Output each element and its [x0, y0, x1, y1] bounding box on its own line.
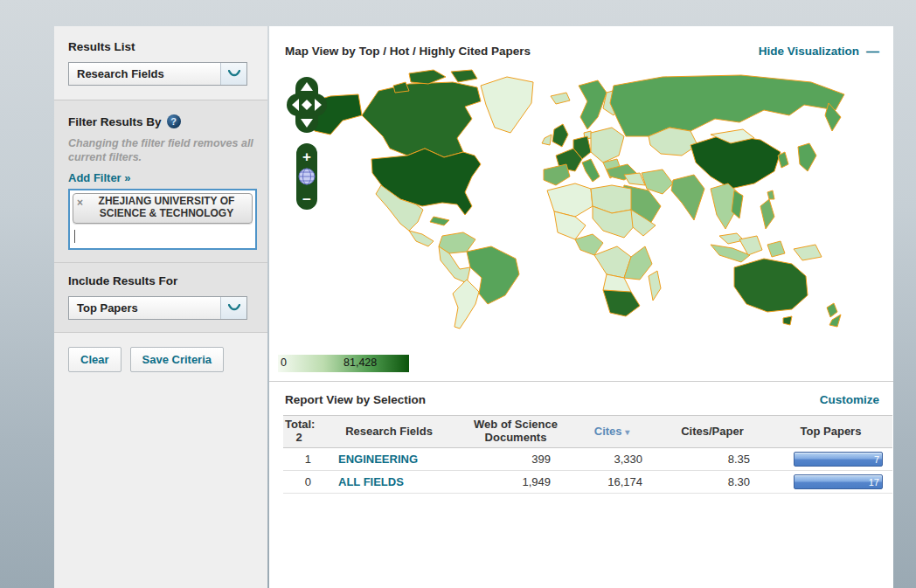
clear-button[interactable]: Clear	[68, 347, 121, 372]
cites-per-paper-value: 8.35	[656, 453, 769, 466]
column-research-fields: Research Fields	[315, 423, 463, 441]
save-criteria-button[interactable]: Save Criteria	[130, 347, 225, 372]
minus-icon: —	[866, 47, 879, 56]
column-cites-per-paper: Cites/Paper	[656, 423, 769, 441]
chevron-down-icon	[220, 297, 246, 319]
map-zoom-control[interactable]: + −	[296, 143, 317, 210]
zoom-in-icon[interactable]: +	[302, 149, 311, 165]
criteria-buttons: Clear Save Criteria	[54, 333, 267, 384]
report-table: Total: 2 Research Fields Web of Science …	[283, 415, 892, 494]
table-row: 0 ALL FIELDS 1,949 16,174 8.30 17	[283, 471, 892, 494]
column-top-papers: Top Papers	[769, 423, 892, 441]
filter-results-label: Filter Results By	[68, 115, 162, 128]
include-results-section: Include Results For Top Papers	[54, 263, 267, 333]
filter-input-box[interactable]: × ZHEJIANG UNIVERSITY OF SCIENCE & TECHN…	[68, 189, 257, 250]
map-view-title: Map View byTop / Hot / Highly Cited Pape…	[285, 45, 531, 58]
zoom-out-icon[interactable]: −	[302, 191, 311, 208]
include-results-dropdown-value: Top Papers	[77, 301, 138, 315]
cites-per-paper-value: 8.30	[656, 475, 769, 488]
results-list-dropdown-value: Research Fields	[77, 67, 164, 80]
filter-sidebar: Results List Research Fields Filter Resu…	[54, 26, 267, 588]
cites-value: 3,330	[568, 453, 656, 466]
top-papers-bar: 7	[794, 452, 883, 467]
add-filter-link[interactable]: Add Filter »	[68, 171, 131, 184]
row-rank: 1	[283, 453, 315, 466]
remove-filter-icon[interactable]: ×	[77, 197, 83, 209]
wos-docs-value: 399	[463, 453, 568, 466]
visualization-panel: Map View byTop / Hot / Highly Cited Pape…	[269, 26, 893, 588]
column-cites-sort[interactable]: Cites ▾	[568, 423, 656, 441]
chevron-down-icon	[220, 63, 246, 85]
map-pan-control[interactable]	[287, 77, 327, 133]
table-header-row: Total: 2 Research Fields Web of Science …	[283, 415, 892, 448]
text-cursor	[74, 230, 75, 243]
world-map[interactable]	[278, 61, 883, 349]
customize-link[interactable]: Customize	[820, 393, 879, 406]
cites-value: 16,174	[568, 475, 656, 488]
filter-chip[interactable]: × ZHEJIANG UNIVERSITY OF SCIENCE & TECHN…	[73, 193, 253, 224]
results-list-section: Results List Research Fields	[54, 26, 267, 100]
table-row: 1 ENGINEERING 399 3,330 8.35 7	[283, 448, 892, 471]
wos-docs-value: 1,949	[463, 475, 568, 488]
include-results-dropdown[interactable]: Top Papers	[68, 296, 247, 320]
map-color-scale: 0 81,428	[278, 355, 409, 372]
filter-chip-label: ZHEJIANG UNIVERSITY OF SCIENCE & TECHNOL…	[86, 196, 247, 220]
world-map-area: + −	[269, 61, 893, 353]
hide-visualization-link[interactable]: Hide Visualization —	[759, 45, 879, 58]
results-list-label: Results List	[68, 40, 252, 53]
scale-min-label: 0	[281, 356, 287, 369]
filter-results-section: Filter Results By ? Changing the filter …	[54, 100, 267, 263]
top-papers-bar: 17	[794, 474, 883, 489]
results-list-dropdown[interactable]: Research Fields	[68, 62, 247, 86]
sort-caret-icon: ▾	[625, 427, 629, 437]
scale-max-label: 81,428	[344, 356, 377, 369]
report-view-title: Report View by Selection	[285, 393, 426, 406]
row-rank: 0	[283, 475, 315, 488]
field-link-all-fields[interactable]: ALL FIELDS	[338, 475, 404, 488]
filter-note: Changing the filter field removes all cu…	[68, 137, 256, 164]
include-results-label: Include Results For	[68, 274, 252, 287]
field-link-engineering[interactable]: ENGINEERING	[338, 453, 418, 466]
column-wos-documents: Web of Science Documents	[463, 416, 568, 447]
total-header: Total: 2	[283, 416, 315, 447]
help-icon[interactable]: ?	[167, 114, 181, 128]
